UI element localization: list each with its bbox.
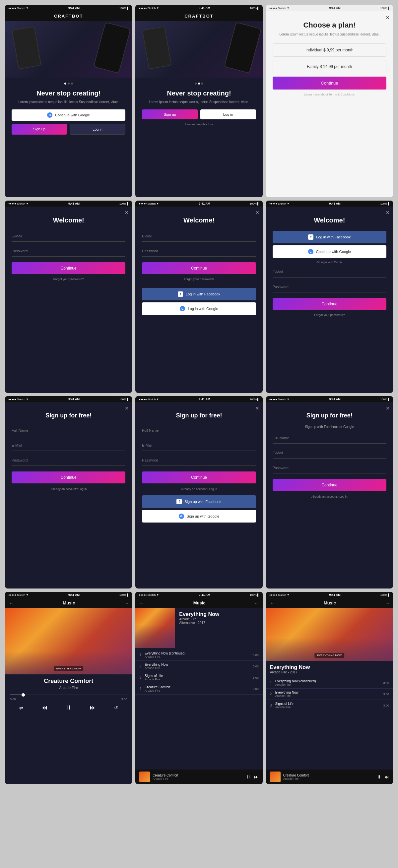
next-icon[interactable]: ⏭ — [90, 704, 96, 711]
fullname-field-3[interactable] — [273, 433, 387, 444]
close-welcome3-btn[interactable]: ✕ — [386, 210, 390, 215]
dot-2-2 — [198, 83, 200, 85]
close-welcome2-btn[interactable]: ✕ — [255, 210, 259, 215]
play-pause-icon[interactable]: ⏸ — [66, 704, 72, 711]
already-account-2[interactable]: Already an account? Log in — [142, 487, 256, 491]
music-title-2: Music — [193, 600, 206, 606]
password-field-1[interactable] — [11, 246, 125, 257]
shuffle-icon[interactable]: ⇄ — [19, 705, 23, 711]
fullname-field-1[interactable] — [11, 425, 125, 436]
track-item-2[interactable]: 2 Everything Now Arcade Fire 3:00 — [135, 661, 262, 672]
track-artist-3: Arcade Fire — [145, 678, 253, 681]
close-plan-btn[interactable]: ✕ — [386, 15, 390, 20]
close-signup3-btn[interactable]: ✕ — [386, 405, 390, 411]
signup-email-field-1[interactable] — [11, 440, 125, 451]
already-account-3[interactable]: Already an account? Log in — [273, 495, 387, 498]
google-signup-btn[interactable]: G Sign up with Google — [142, 510, 256, 523]
mini-info-3: Creature Comfort Arcade Fire — [283, 774, 376, 780]
google-btn-label-3: Continue with Google — [316, 250, 351, 254]
signup-email-field-2[interactable] — [142, 440, 256, 451]
track3-item-3[interactable]: 3 Signs of Life Arcade Fire 3:00 — [266, 700, 393, 711]
facebook-login-btn-3[interactable]: f Log in with Facebook — [273, 231, 387, 243]
close-signup2-btn[interactable]: ✕ — [255, 405, 259, 411]
email-field-2[interactable] — [142, 231, 256, 242]
status-center-8: 9:41 AM — [199, 398, 210, 401]
welcome-content-1: Welcome! Continue Forgot your password? — [5, 207, 132, 286]
google-login-btn-3[interactable]: G Continue with Google — [273, 245, 387, 258]
forgot-welcome3[interactable]: Forgot your password? — [273, 313, 387, 317]
facebook-signup-btn[interactable]: f Sign up with Facebook — [142, 495, 256, 508]
album-title: Everything Now — [179, 611, 219, 617]
plan-option-family[interactable]: Family $ 14,99 per month — [273, 60, 387, 73]
signup-subtitle-3: Sign up with Facebook or Google — [273, 425, 387, 429]
mini-pause-icon[interactable]: ⏸ — [246, 774, 251, 779]
progress-bar-1[interactable] — [5, 693, 132, 697]
track3-item-2[interactable]: 2 Everything Now Arcade Fire 3:00 — [266, 689, 393, 700]
signup-btn-1[interactable]: Sign up — [11, 124, 67, 134]
plan-option-individual[interactable]: Individual $ 9,99 per month — [273, 43, 387, 57]
track3-item-1[interactable]: 1 Everything Now (continued) Arcade Fire… — [266, 677, 393, 689]
google-login-btn[interactable]: G Log in with Google — [142, 302, 256, 315]
more-icon-3[interactable]: ··· — [386, 600, 389, 606]
forgot-welcome2[interactable]: Forgot your password? — [142, 278, 256, 281]
facebook-login-btn[interactable]: f Log in with Facebook — [142, 288, 256, 300]
plan-terms[interactable]: Learn more about Terms & Conditions — [273, 93, 387, 96]
brand-bar-2: CRAFTBOT — [135, 11, 262, 21]
screen-splash1: ●●●●● Sketch ▼ 9:41 AM 100% ▌ CRAFTBOT N… — [5, 5, 132, 197]
back-icon[interactable]: ← — [9, 600, 13, 606]
password-field-2[interactable] — [142, 246, 256, 257]
signup-password-field-2[interactable] — [142, 455, 256, 466]
welcome-title-2: Welcome! — [142, 217, 256, 224]
login-btn-1[interactable]: Log in — [70, 124, 126, 134]
signup-email-field-3[interactable] — [273, 447, 387, 459]
signup-title-2: Sign up for free! — [142, 412, 256, 419]
google-signup-label: Sign up with Google — [187, 514, 219, 518]
mini-art-3 — [270, 772, 281, 782]
album-title-3: Everything Now — [270, 664, 389, 671]
skip-label[interactable]: I wanna skip this tour — [142, 123, 256, 126]
track-item-4[interactable]: 4 Creature Comfort Arcade Fire 3:00 — [135, 683, 262, 694]
continue-plan-btn[interactable]: Continue — [273, 76, 387, 90]
mini-next-icon-3[interactable]: ⏭ — [385, 774, 389, 779]
mini-next-icon[interactable]: ⏭ — [254, 774, 259, 779]
track-item-1[interactable]: 1 Everything Now (continued) Arcade Fire… — [135, 650, 262, 661]
continue-signup2-btn[interactable]: Continue — [142, 471, 256, 484]
prev-icon[interactable]: ⏮ — [41, 704, 48, 711]
splash-subtitle-1: Lorem ipsum lectus neque iaculis, lectus… — [11, 100, 125, 104]
login-btn-2[interactable]: Log in — [200, 110, 256, 119]
close-signup1-btn[interactable]: ✕ — [125, 405, 129, 411]
signup-btn-2[interactable]: Sign up — [142, 110, 198, 119]
mini-pause-icon-3[interactable]: ⏸ — [376, 774, 381, 779]
google-continue-btn[interactable]: G Continue with Google — [11, 110, 125, 121]
back-icon-3[interactable]: ← — [270, 600, 274, 606]
continue-welcome3-btn[interactable]: Continue — [273, 298, 387, 310]
status-center-9: 9:41 AM — [329, 398, 341, 401]
dots-2 — [142, 83, 256, 85]
more-icon-2[interactable]: ··· — [255, 600, 259, 606]
email-field-1[interactable] — [11, 231, 125, 242]
close-welcome1-btn[interactable]: ✕ — [125, 210, 129, 215]
fullname-field-2[interactable] — [142, 425, 256, 436]
password-field-3[interactable] — [273, 281, 387, 292]
status-right-1: 100% ▌ — [119, 7, 129, 10]
dot-2-3 — [201, 83, 203, 85]
track-info-2: Everything Now Arcade Fire — [145, 663, 253, 670]
mini-artist-2: Arcade Fire — [153, 777, 246, 780]
signup-password-field-1[interactable] — [11, 455, 125, 466]
continue-signup1-btn[interactable]: Continue — [11, 471, 125, 484]
more-icon[interactable]: ··· — [124, 600, 128, 606]
welcome-title-3: Welcome! — [273, 217, 387, 224]
email-field-3[interactable] — [273, 267, 387, 278]
track-item-3[interactable]: 3 Signs of Life Arcade Fire 3:00 — [135, 672, 262, 683]
signup-password-field-3[interactable] — [273, 463, 387, 473]
mini-title-3: Creature Comfort — [283, 774, 376, 777]
continue-signup3-btn[interactable]: Continue — [273, 479, 387, 491]
back-icon-2[interactable]: ← — [139, 600, 144, 606]
dots-1 — [11, 83, 125, 85]
continue-welcome1-btn[interactable]: Continue — [11, 262, 125, 274]
already-account-1[interactable]: Already an account? Log in — [11, 487, 125, 491]
continue-welcome2-btn[interactable]: Continue — [142, 262, 256, 274]
forgot-welcome1[interactable]: Forgot your password? — [11, 278, 125, 281]
repeat-icon[interactable]: ↺ — [114, 705, 118, 711]
track3-name-3: Signs of Life — [275, 702, 384, 706]
